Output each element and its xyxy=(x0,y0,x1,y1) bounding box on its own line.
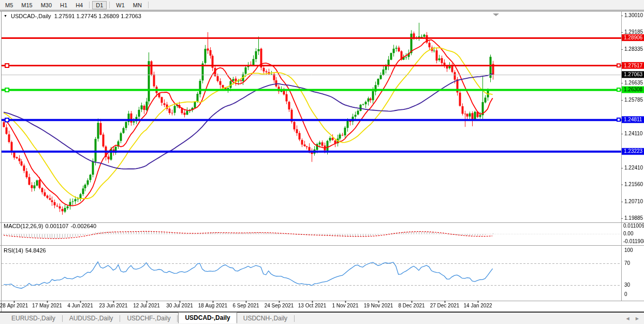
timeframe-button-m5[interactable]: M5 xyxy=(2,1,17,9)
tab-separator xyxy=(294,315,295,322)
tab-scroll-arrows: ◀ ▶ xyxy=(621,316,639,321)
tab-scroll-right-icon[interactable]: ▶ xyxy=(636,316,639,321)
chart-ohlc-values: 1.27591 1.27745 1.26809 1.27063 xyxy=(54,13,141,19)
tab-audusd-daily[interactable]: AUDUSD-,Daily xyxy=(63,313,120,323)
timeframe-button-h4[interactable]: H4 xyxy=(72,1,86,9)
macd-name: MACD(12,26,9) xyxy=(4,223,43,229)
tab-scroll-left-icon[interactable]: ◀ xyxy=(626,316,629,321)
rsi-name: RSI(14) xyxy=(4,247,23,253)
rsi-indicator-label: RSI(14)54.8426 xyxy=(4,247,48,253)
tab-separator xyxy=(177,315,178,322)
tab-eurusd-daily[interactable]: EURUSD-,Daily xyxy=(5,313,62,323)
toolbar-separator xyxy=(89,2,90,8)
timeframe-button-m15[interactable]: M15 xyxy=(18,1,36,9)
toolbar-separator xyxy=(109,2,110,8)
toolbar-separator xyxy=(148,2,149,8)
tab-usdcnh-daily[interactable]: USDCNH-,Daily xyxy=(237,313,294,323)
tab-separator xyxy=(120,315,120,322)
timeframe-toolbar: M5M15M30H1H4D1W1MN xyxy=(0,0,644,10)
timeframe-button-w1[interactable]: W1 xyxy=(112,1,128,9)
chart-tab-bar: EURUSD-,DailyAUDUSD-,DailyUSDCHF-,DailyU… xyxy=(0,312,644,324)
macd-indicator-label: MACD(12,26,9)0.001107-0.002640 xyxy=(4,223,98,229)
collapse-arrow-icon[interactable]: ▼ xyxy=(4,14,7,18)
chart-canvas[interactable] xyxy=(0,0,644,324)
chart-title: ▼ USDCAD-,Daily 1.27591 1.27745 1.26809 … xyxy=(4,13,143,19)
tab-usdchf-daily[interactable]: USDCHF-,Daily xyxy=(121,313,177,323)
timeframe-button-h1[interactable]: H1 xyxy=(56,1,71,9)
timeframe-button-d1[interactable]: D1 xyxy=(92,1,107,9)
chart-tabs: EURUSD-,DailyAUDUSD-,DailyUSDCHF-,DailyU… xyxy=(0,313,295,324)
tab-usdcad-daily[interactable]: USDCAD-,Daily xyxy=(178,312,237,323)
tab-separator xyxy=(62,315,63,322)
macd-signal-value: -0.002640 xyxy=(71,223,97,229)
timeframe-button-mn[interactable]: MN xyxy=(129,1,145,9)
macd-main-value: 0.001107 xyxy=(45,223,68,229)
terminal-window: M5M15M30H1H4D1W1MN ▼ USDCAD-,Daily 1.275… xyxy=(0,0,644,324)
rsi-value: 54.8426 xyxy=(25,247,46,253)
timeframe-button-m30[interactable]: M30 xyxy=(37,1,55,9)
chart-symbol-period: USDCAD-,Daily xyxy=(11,13,51,19)
